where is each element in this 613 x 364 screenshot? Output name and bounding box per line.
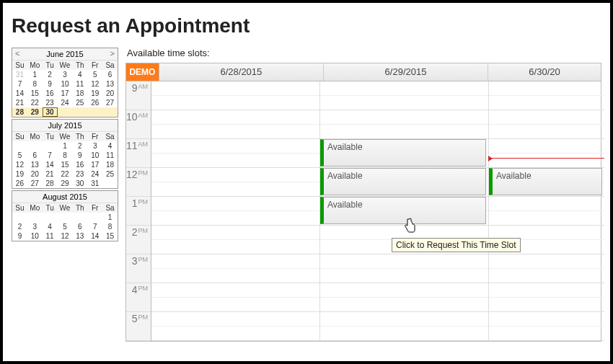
calendar-day-cell[interactable]: 12	[58, 231, 73, 241]
calendar-day-cell[interactable]: 17	[87, 160, 102, 169]
calendar-day-cell[interactable]: 11	[43, 231, 58, 241]
calendar-day-cell[interactable]: 31	[12, 70, 27, 79]
calendar-day-cell[interactable]: 22	[27, 98, 43, 107]
calendar-day-cell[interactable]: 1	[27, 70, 43, 79]
available-slot[interactable]: Available	[489, 168, 602, 195]
day-column[interactable]	[151, 81, 320, 341]
calendar-day-cell[interactable]: 7	[12, 79, 27, 89]
calendar-day-cell[interactable]: 26	[87, 98, 102, 107]
calendar-day-cell[interactable]: 5	[87, 70, 102, 79]
calendar-day-cell[interactable]: 4	[72, 70, 87, 79]
calendar-day-cell[interactable]: 2	[72, 141, 87, 151]
time-cell[interactable]	[151, 327, 319, 341]
calendar-day-cell[interactable]: 10	[58, 79, 73, 89]
calendar-day-cell[interactable]: 18	[102, 160, 118, 169]
time-cell[interactable]	[320, 298, 488, 312]
date-column-header[interactable]: 6/30/20	[488, 63, 601, 81]
next-month-button[interactable]: >	[110, 49, 115, 58]
calendar-day-cell[interactable]: 19	[12, 169, 27, 179]
time-cell[interactable]	[151, 139, 319, 154]
time-cell[interactable]	[320, 96, 488, 110]
time-cell[interactable]	[489, 125, 604, 139]
calendar-day-cell[interactable]: 10	[27, 231, 43, 241]
calendar-day-cell[interactable]: 12	[87, 79, 102, 89]
calendar-day-cell[interactable]: 20	[102, 89, 118, 98]
time-cell[interactable]	[320, 125, 488, 139]
day-column[interactable]: Available	[489, 81, 604, 341]
calendar-day-cell[interactable]: 1	[58, 141, 73, 151]
calendar-day-cell[interactable]: 3	[87, 141, 102, 151]
available-slot[interactable]: Available	[320, 168, 486, 195]
calendar-day-cell[interactable]: 12	[12, 160, 27, 169]
time-cell[interactable]	[320, 254, 488, 269]
time-cell[interactable]	[320, 327, 488, 341]
date-column-header[interactable]: 6/29/2015	[324, 63, 488, 81]
calendar-day-cell[interactable]: 30	[43, 107, 58, 117]
calendar-day-cell[interactable]: 9	[12, 231, 27, 241]
time-cell[interactable]	[151, 283, 319, 298]
calendar-day-cell[interactable]: 16	[72, 160, 87, 169]
calendar-day-cell[interactable]: 19	[87, 89, 102, 98]
calendar-day-cell[interactable]: 15	[58, 160, 73, 169]
time-cell[interactable]	[489, 197, 604, 211]
calendar-day-cell[interactable]: 31	[87, 179, 102, 188]
calendar-day-cell[interactable]: 2	[12, 222, 27, 231]
time-cell[interactable]	[151, 298, 319, 312]
time-cell[interactable]	[320, 81, 488, 96]
time-cell[interactable]	[489, 327, 604, 341]
time-cell[interactable]	[151, 182, 319, 197]
calendar-day-cell[interactable]: 29	[27, 107, 43, 117]
calendar-day-cell[interactable]: 24	[87, 169, 102, 179]
time-cell[interactable]	[489, 298, 604, 312]
calendar-day-cell[interactable]: 9	[43, 79, 58, 89]
date-column-header[interactable]: 6/28/2015	[159, 63, 324, 81]
time-cell[interactable]	[489, 283, 604, 298]
time-cell[interactable]	[489, 81, 604, 96]
time-cell[interactable]	[151, 96, 319, 110]
calendar-day-cell[interactable]: 28	[43, 179, 58, 188]
calendar-day-cell[interactable]: 18	[72, 89, 87, 98]
calendar-day-cell[interactable]: 21	[43, 169, 58, 179]
time-cell[interactable]	[489, 96, 604, 110]
calendar-day-cell[interactable]: 30	[72, 179, 87, 188]
calendar-day-cell[interactable]: 6	[102, 70, 118, 79]
calendar-day-cell[interactable]: 22	[58, 169, 73, 179]
time-cell[interactable]	[489, 154, 604, 168]
time-cell[interactable]	[320, 110, 488, 125]
time-cell[interactable]	[151, 110, 319, 125]
calendar-day-cell[interactable]: 20	[27, 169, 43, 179]
calendar-day-cell[interactable]: 11	[102, 151, 118, 160]
time-cell[interactable]	[151, 226, 319, 240]
calendar-day-cell[interactable]: 2	[43, 70, 58, 79]
calendar-day-cell[interactable]: 29	[58, 179, 73, 188]
calendar-day-cell[interactable]: 10	[87, 151, 102, 160]
time-cell[interactable]	[320, 283, 488, 298]
time-cell[interactable]	[151, 154, 319, 168]
calendar-day-cell[interactable]: 5	[58, 222, 73, 231]
calendar-day-cell[interactable]: 13	[102, 79, 118, 89]
calendar-day-cell[interactable]: 4	[43, 222, 58, 231]
calendar-day-cell[interactable]: 13	[72, 231, 87, 241]
time-cell[interactable]	[151, 269, 319, 283]
time-cell[interactable]	[151, 81, 319, 96]
time-cell[interactable]	[151, 254, 319, 269]
calendar-day-cell[interactable]: 7	[87, 222, 102, 231]
calendar-day-cell[interactable]: 23	[72, 169, 87, 179]
calendar-day-cell[interactable]: 9	[72, 151, 87, 160]
time-cell[interactable]	[151, 240, 319, 254]
time-cell[interactable]	[320, 312, 488, 327]
calendar-day-cell[interactable]: 8	[102, 222, 118, 231]
calendar-day-cell[interactable]: 15	[27, 89, 43, 98]
calendar-day-cell[interactable]: 27	[102, 98, 118, 107]
time-cell[interactable]	[489, 269, 604, 283]
day-column[interactable]: AvailableAvailableAvailable	[320, 81, 489, 341]
time-cell[interactable]	[489, 312, 604, 327]
calendar-day-cell[interactable]: 3	[58, 70, 73, 79]
time-cell[interactable]	[489, 110, 604, 125]
calendar-day-cell[interactable]: 28	[12, 107, 27, 117]
calendar-day-cell[interactable]: 23	[43, 98, 58, 107]
calendar-day-cell[interactable]: 25	[102, 169, 118, 179]
calendar-day-cell[interactable]: 8	[58, 151, 73, 160]
calendar-day-cell[interactable]: 14	[12, 89, 27, 98]
calendar-day-cell[interactable]: 1	[102, 213, 118, 222]
